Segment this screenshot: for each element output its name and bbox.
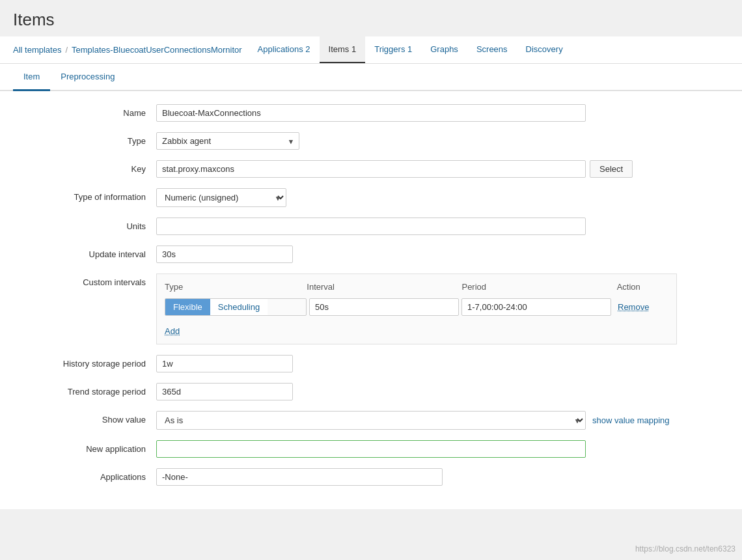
name-row: Name <box>13 104 729 122</box>
trend-label: Trend storage period <box>13 383 156 397</box>
show-value-label: Show value <box>13 411 156 425</box>
type-info-select[interactable]: Numeric (unsigned) Numeric (float) Chara… <box>156 188 286 207</box>
new-application-input[interactable] <box>156 440 586 458</box>
new-application-row: New application <box>13 440 729 458</box>
trend-input[interactable] <box>156 383 293 400</box>
show-value-row: Show value As is ▼ show value mapping <box>13 411 729 430</box>
tab-items[interactable]: Items 1 <box>320 36 366 63</box>
ci-interval-input[interactable] <box>309 298 459 316</box>
add-row: Add <box>165 322 668 336</box>
type-label: Type <box>13 132 156 146</box>
ci-period-header: Period <box>461 282 616 292</box>
tab-triggers[interactable]: Triggers 1 <box>365 36 421 63</box>
type-info-select-wrapper: Numeric (unsigned) Numeric (float) Chara… <box>156 188 286 207</box>
show-value-controls: As is ▼ show value mapping <box>156 411 670 430</box>
tab-item[interactable]: Item <box>13 64 50 91</box>
ci-header: Type Interval Period Action <box>165 282 668 292</box>
tab-screens[interactable]: Screens <box>467 36 517 63</box>
custom-intervals-label: Custom intervals <box>13 273 156 287</box>
breadcrumb-nav: All templates / Templates-BluecoatUserCo… <box>0 36 742 64</box>
select-button[interactable]: Select <box>590 160 633 178</box>
tab-preprocessing[interactable]: Preprocessing <box>50 64 125 91</box>
ci-interval-header: Interval <box>307 282 461 292</box>
type-info-label: Type of information <box>13 188 156 202</box>
history-row: History storage period <box>13 355 729 372</box>
new-application-label: New application <box>13 440 156 454</box>
history-label: History storage period <box>13 355 156 369</box>
flexible-btn[interactable]: Flexible <box>165 299 210 315</box>
type-select[interactable]: Zabbix agent Zabbix agent (active) Simpl… <box>156 132 299 150</box>
item-tabs-row: Item Preprocessing <box>0 64 742 91</box>
update-interval-row: Update interval <box>13 245 729 263</box>
custom-intervals-row: Custom intervals Type Interval Period Ac… <box>13 273 729 344</box>
ci-type-header: Type <box>165 282 307 292</box>
page-header: Items <box>0 0 742 36</box>
type-toggle: Flexible Scheduling <box>165 298 307 316</box>
show-value-select-wrapper: As is ▼ <box>156 411 586 430</box>
key-label: Key <box>13 160 156 174</box>
show-value-select[interactable]: As is <box>156 411 586 430</box>
ci-row: Flexible Scheduling Remove <box>165 298 668 316</box>
tab-graphs[interactable]: Graphs <box>421 36 467 63</box>
ci-period-input[interactable] <box>461 298 611 316</box>
name-label: Name <box>13 104 156 118</box>
units-input[interactable] <box>156 217 586 235</box>
history-input[interactable] <box>156 355 293 372</box>
form-area: Name Type Zabbix agent Zabbix agent (act… <box>0 91 742 509</box>
show-value-mapping-link[interactable]: show value mapping <box>592 415 670 425</box>
units-row: Units <box>13 217 729 235</box>
all-templates-link[interactable]: All templates <box>13 37 61 63</box>
add-link[interactable]: Add <box>165 326 180 336</box>
trend-row: Trend storage period <box>13 383 729 400</box>
units-label: Units <box>13 217 156 231</box>
custom-intervals-block: Type Interval Period Action Flexible Sch… <box>156 273 677 344</box>
page-title: Items <box>13 10 729 30</box>
type-info-row: Type of information Numeric (unsigned) N… <box>13 188 729 207</box>
update-interval-label: Update interval <box>13 245 156 259</box>
applications-input[interactable] <box>156 468 443 486</box>
applications-label: Applications <box>13 468 156 482</box>
applications-row: Applications <box>13 468 729 486</box>
type-row: Type Zabbix agent Zabbix agent (active) … <box>13 132 729 150</box>
template-link[interactable]: Templates-BluecoatUserConnectionsMornito… <box>72 37 242 63</box>
remove-link[interactable]: Remove <box>618 302 649 312</box>
key-row: Key Select <box>13 160 729 178</box>
update-interval-input[interactable] <box>156 245 293 263</box>
content-area: Item Preprocessing Name Type Zabbix agen… <box>0 64 742 509</box>
breadcrumb-separator: / <box>65 45 68 55</box>
tab-applications[interactable]: Applications 2 <box>249 36 320 63</box>
ci-action-header: Action <box>617 282 668 292</box>
key-input[interactable] <box>156 160 586 178</box>
tab-discovery[interactable]: Discovery <box>517 36 572 63</box>
key-input-row: Select <box>156 160 633 178</box>
nav-tabs: Applications 2 Items 1 Triggers 1 Graphs… <box>249 36 572 63</box>
name-input[interactable] <box>156 104 586 122</box>
type-select-wrapper: Zabbix agent Zabbix agent (active) Simpl… <box>156 132 299 150</box>
scheduling-btn[interactable]: Scheduling <box>210 299 268 315</box>
